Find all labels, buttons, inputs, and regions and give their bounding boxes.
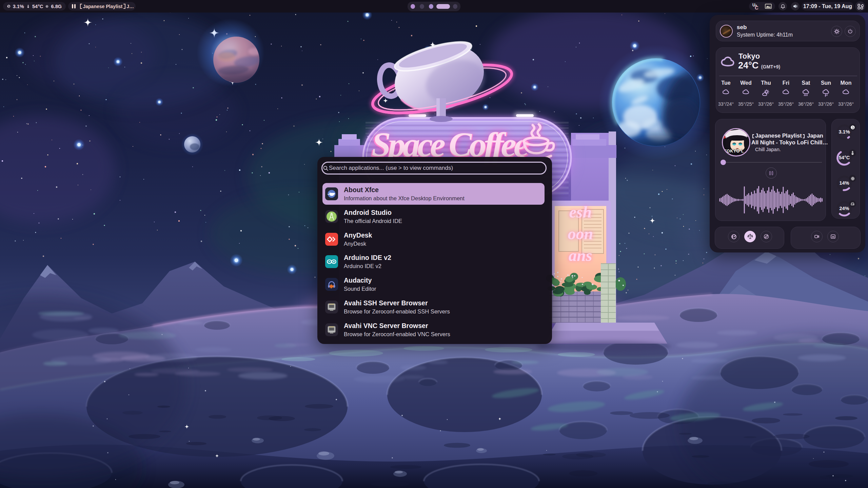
svg-text:oon: oon <box>568 225 593 243</box>
svg-text:esh: esh <box>569 203 592 221</box>
svg-text:ans: ans <box>569 246 592 264</box>
